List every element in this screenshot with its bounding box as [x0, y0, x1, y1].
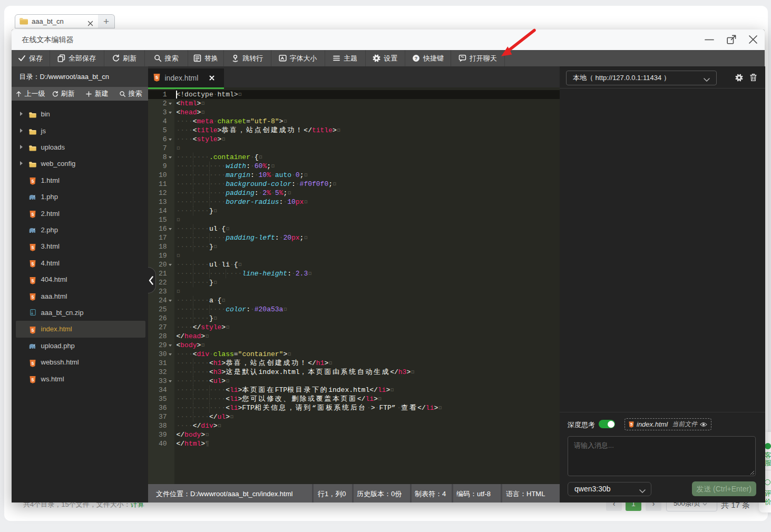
svg-text:5: 5	[31, 360, 34, 366]
svg-text:5: 5	[31, 245, 34, 250]
svg-text:5: 5	[31, 294, 34, 300]
svg-text:5: 5	[31, 179, 34, 184]
svg-text:5: 5	[31, 278, 34, 283]
svg-text:5: 5	[630, 422, 632, 427]
svg-text:5: 5	[31, 212, 34, 217]
svg-text:5: 5	[31, 328, 34, 333]
svg-text:5: 5	[155, 75, 158, 80]
svg-text:5: 5	[31, 261, 34, 267]
svg-text:?: ?	[415, 55, 418, 61]
svg-text:5: 5	[31, 377, 34, 382]
